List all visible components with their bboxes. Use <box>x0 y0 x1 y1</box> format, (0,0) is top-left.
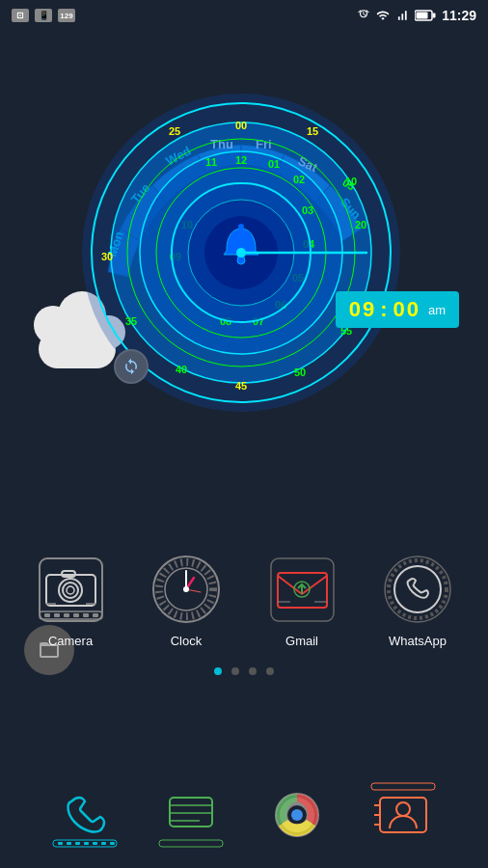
svg-rect-88 <box>58 842 63 845</box>
svg-text:30: 30 <box>101 251 113 262</box>
svg-rect-95 <box>159 783 223 847</box>
phone-dock-icon <box>50 780 120 850</box>
gmail-icon-wrapper <box>263 551 340 628</box>
bottom-dock <box>0 772 488 858</box>
battery-icon <box>415 10 436 21</box>
svg-text:25: 25 <box>169 125 180 137</box>
phone-icon: 📱 <box>35 9 52 22</box>
signal-icon <box>395 9 409 22</box>
camera-icon-wrapper <box>32 551 109 628</box>
svg-text:00: 00 <box>235 120 247 131</box>
time-hour: 09 <box>349 297 376 322</box>
time-display: 09 : 00 am <box>336 291 459 328</box>
svg-text:03: 03 <box>302 204 313 216</box>
clock-app-icon <box>150 554 223 626</box>
page-dot-3[interactable] <box>249 667 257 675</box>
app-item-gmail[interactable]: Gmail <box>254 551 350 648</box>
svg-rect-61 <box>44 613 50 617</box>
svg-text:35: 35 <box>125 315 137 327</box>
app-grid: Camera <box>0 551 488 675</box>
page-dot-1[interactable] <box>214 667 222 675</box>
status-bar: ⊡ 📱 129 11:29 <box>0 0 488 31</box>
svg-text:20: 20 <box>355 219 366 231</box>
svg-text:50: 50 <box>294 366 306 378</box>
dock-item-messages[interactable] <box>148 772 234 858</box>
svg-rect-91 <box>84 842 89 845</box>
svg-point-105 <box>291 809 303 821</box>
svg-text:10: 10 <box>345 176 357 187</box>
whatsapp-icon-wrapper <box>379 551 456 628</box>
svg-point-51 <box>236 248 246 258</box>
messages-dock-icon <box>156 780 226 850</box>
svg-rect-90 <box>75 842 80 845</box>
svg-text:11: 11 <box>205 156 217 168</box>
page-dot-2[interactable] <box>231 667 239 675</box>
status-time: 11:29 <box>442 8 476 23</box>
time-minutes: 00 <box>393 297 420 322</box>
svg-point-48 <box>237 257 245 264</box>
wifi-icon <box>376 9 390 22</box>
svg-rect-64 <box>73 613 79 617</box>
camera-label: Camera <box>48 634 93 648</box>
notification-count: 129 <box>58 9 75 22</box>
dock-item-phone[interactable] <box>41 772 128 858</box>
whatsapp-app-icon <box>382 554 454 626</box>
svg-rect-63 <box>64 613 69 617</box>
refresh-button[interactable] <box>114 349 149 384</box>
svg-text:12: 12 <box>235 154 247 166</box>
svg-rect-65 <box>83 613 89 617</box>
svg-rect-93 <box>101 842 106 845</box>
status-right-icons: 11:29 <box>357 8 476 23</box>
svg-rect-2 <box>433 14 436 18</box>
svg-text:01: 01 <box>268 158 280 170</box>
dock-item-chrome[interactable] <box>254 772 340 858</box>
svg-point-74 <box>183 586 189 592</box>
svg-rect-49 <box>238 224 244 230</box>
camera-app-icon <box>35 554 107 626</box>
app-item-clock[interactable]: Clock <box>138 551 234 648</box>
chrome-dock-icon <box>262 780 332 850</box>
photo-icon: ⊡ <box>12 9 29 22</box>
svg-rect-66 <box>93 613 98 617</box>
time-separator: : <box>380 297 389 322</box>
app-row-main: Camera <box>22 551 466 648</box>
whatsapp-label: WhatsApp <box>389 634 447 648</box>
gmail-label: Gmail <box>285 634 318 648</box>
svg-rect-1 <box>417 13 428 19</box>
svg-rect-94 <box>110 842 115 845</box>
svg-text:40: 40 <box>176 364 187 375</box>
dock-item-contacts[interactable] <box>360 772 447 858</box>
clock-icon-wrapper <box>148 551 225 628</box>
svg-text:02: 02 <box>293 174 305 185</box>
time-ampm: am <box>428 303 446 317</box>
status-left-icons: ⊡ 📱 129 <box>12 9 75 22</box>
alarm-icon <box>357 9 370 22</box>
svg-rect-62 <box>54 613 60 617</box>
gmail-app-icon <box>266 554 339 626</box>
svg-rect-89 <box>67 842 71 845</box>
clock-widget-area: Mon Tue Wed Thu Fri Sat Sun <box>0 31 488 484</box>
page-dots <box>214 667 274 675</box>
svg-text:45: 45 <box>235 380 247 392</box>
svg-rect-92 <box>93 842 97 845</box>
app-item-camera[interactable]: Camera <box>22 551 119 648</box>
page-dot-4[interactable] <box>266 667 274 675</box>
clock-label: Clock <box>171 634 203 648</box>
svg-text:15: 15 <box>307 125 318 137</box>
app-item-whatsapp[interactable]: WhatsApp <box>369 551 466 648</box>
contacts-dock-icon <box>368 780 438 850</box>
